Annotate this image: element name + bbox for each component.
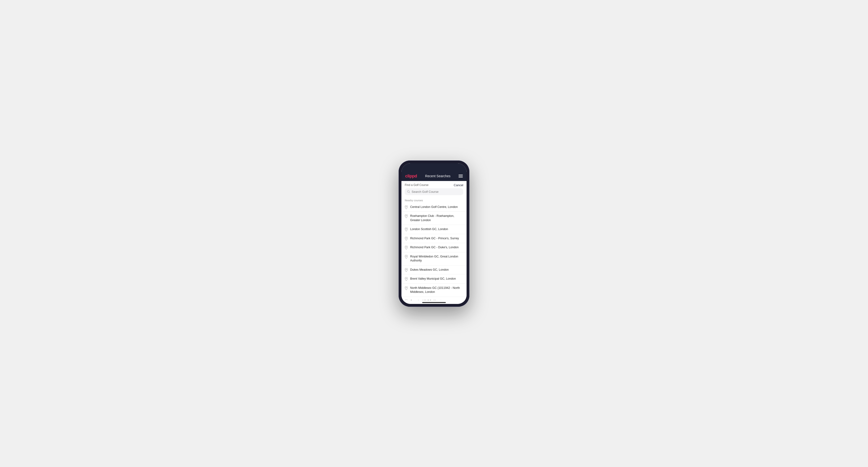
course-name: North Middlesex GC (1011942 - North Midd… — [410, 286, 463, 294]
pin-icon — [405, 237, 408, 241]
home-bar — [422, 302, 446, 303]
pin-icon — [405, 286, 408, 290]
course-name: Royal Wimbledon GC, Great London Authori… — [410, 255, 463, 263]
app-header: clippd Recent Searches — [401, 172, 467, 181]
find-label: Find a Golf Course — [405, 183, 429, 187]
list-item[interactable]: Coombe Hill GC, Kingston upon Thames — [401, 297, 467, 300]
notch-area — [401, 163, 467, 172]
list-item[interactable]: Richmond Park GC - Prince's, Surrey — [401, 234, 467, 243]
courses-section: Nearby courses Central London Golf Centr… — [401, 197, 467, 300]
home-indicator — [401, 300, 467, 304]
header-title: Recent Searches — [425, 174, 450, 178]
app-logo: clippd — [405, 174, 417, 179]
nearby-section-label: Nearby courses — [401, 197, 467, 203]
pin-icon — [405, 227, 408, 231]
list-item[interactable]: Brent Valley Municipal GC, London — [401, 275, 467, 284]
menu-icon[interactable] — [459, 175, 463, 178]
course-name: Coombe Hill GC, Kingston upon Thames — [410, 299, 463, 300]
list-item[interactable]: London Scottish GC, London — [401, 225, 467, 234]
course-name: Central London Golf Centre, London — [410, 205, 458, 209]
course-list: Central London Golf Centre, London Roeha… — [401, 203, 467, 300]
search-icon — [407, 190, 410, 193]
svg-line-1 — [409, 192, 410, 193]
pin-icon — [405, 214, 408, 218]
course-name: Dukes Meadows GC, London — [410, 268, 448, 272]
course-name: Brent Valley Municipal GC, London — [410, 277, 456, 281]
list-item[interactable]: North Middlesex GC (1011942 - North Midd… — [401, 284, 467, 297]
course-name: London Scottish GC, London — [410, 227, 448, 231]
cancel-button[interactable]: Cancel — [454, 183, 463, 187]
course-name: Roehampton Club - Roehampton, Greater Lo… — [410, 214, 463, 222]
pin-icon — [405, 277, 408, 281]
pin-icon — [405, 205, 408, 209]
phone-screen: clippd Recent Searches Find a Golf Cours… — [401, 163, 467, 304]
list-item[interactable]: Dukes Meadows GC, London — [401, 266, 467, 275]
find-bar: Find a Golf Course Cancel — [401, 181, 467, 188]
pin-icon — [405, 246, 408, 249]
list-item[interactable]: Central London Golf Centre, London — [401, 203, 467, 212]
phone-device: clippd Recent Searches Find a Golf Cours… — [399, 160, 469, 307]
list-item[interactable]: Roehampton Club - Roehampton, Greater Lo… — [401, 212, 467, 225]
search-container — [401, 188, 467, 197]
pin-icon — [405, 255, 408, 259]
list-item[interactable]: Richmond Park GC - Duke's, London — [401, 243, 467, 252]
course-name: Richmond Park GC - Duke's, London — [410, 245, 459, 250]
search-input[interactable] — [411, 190, 461, 193]
search-input-wrap — [405, 188, 463, 195]
course-name: Richmond Park GC - Prince's, Surrey — [410, 237, 459, 241]
pin-icon — [405, 268, 408, 272]
list-item[interactable]: Royal Wimbledon GC, Great London Authori… — [401, 252, 467, 266]
